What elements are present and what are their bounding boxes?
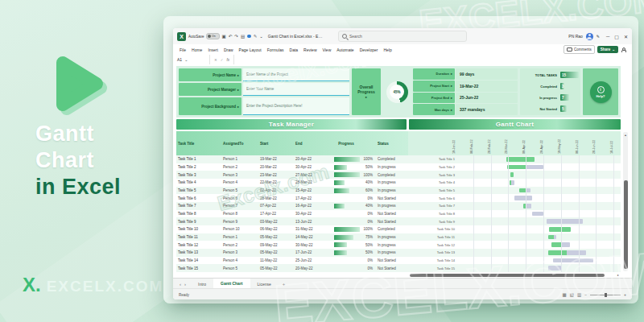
progress-bar-track[interactable] [332,233,360,242]
cell-status[interactable]: Not Started [374,210,407,218]
cell-assigned[interactable]: Person 4 [221,257,258,265]
cell-assigned[interactable]: Person 7 [221,202,258,210]
cell-end-date[interactable]: 31-May-22 [294,225,332,233]
menu-tab-draw[interactable]: Draw [224,47,233,52]
cell-assigned[interactable]: Person 8 [221,210,258,218]
page-layout-view-icon[interactable]: ▤ [570,292,574,297]
progress-bar-track[interactable] [332,217,360,225]
cell-status[interactable]: Completed [374,155,407,163]
cell-start-date[interactable]: 23-Mar-22 [258,171,294,179]
cell-start-date[interactable]: 05-May-22 [258,264,294,272]
progress-bar-track[interactable] [332,179,360,187]
project-field-input-project-name[interactable]: Enter Name of the Project [243,68,349,81]
cell-task-title[interactable]: Task Title 14 [176,257,221,265]
redo-icon[interactable]: ↷ [234,34,238,39]
cell-assigned[interactable]: Person 10 [221,225,258,233]
progress-bar-track[interactable] [332,249,360,257]
cell-start-date[interactable]: 19-Mar-22 [258,155,294,163]
pen-mode-icon[interactable]: ✎ [597,34,600,39]
cell-assigned[interactable]: Person 1 [221,155,258,163]
progress-bar-track[interactable] [332,225,360,233]
comments-button[interactable]: Comments [564,45,594,54]
table-row[interactable]: Task Title 1Person 119-Mar-2220-Apr-2210… [176,155,621,163]
zoom-out-button[interactable]: − [584,292,587,297]
cell-start-date[interactable]: 06-May-22 [258,225,294,233]
undo-icon[interactable]: ↶ [229,34,233,39]
cell-status[interactable]: Completed [374,171,407,179]
table-row[interactable]: Task Title 12Person 209-May-2230-May-225… [176,241,621,249]
cell-task-title[interactable]: Task Title 12 [176,241,221,249]
table-row[interactable]: Task Title 15Person 505-May-2220-May-220… [176,264,621,272]
table-row[interactable]: Task Title 4Person 422-Mar-2228-Mar-2240… [176,179,621,187]
cell-status[interactable]: In progress [374,179,407,187]
progress-bar-track[interactable] [332,202,360,210]
cell-end-date[interactable]: 15-Apr-22 [294,187,332,195]
cell-assigned[interactable]: Person 2 [221,241,258,249]
cell-end-date[interactable]: 20-Apr-22 [294,155,332,163]
progress-bar-track[interactable] [332,194,360,202]
cell-task-title[interactable]: Task Title 15 [176,264,221,272]
cell-start-date[interactable]: 20-Mar-22 [258,163,294,171]
maximize-button[interactable]: ▢ [614,34,619,39]
autosave-toggle[interactable]: AutoSave On [188,33,220,39]
progress-bar-track[interactable] [332,155,360,163]
progress-bar-track[interactable] [332,163,360,171]
cell-status[interactable]: In progress [374,241,407,249]
cell-assigned[interactable]: Person 3 [221,171,258,179]
cell-task-title[interactable]: Task Title 1 [176,155,221,163]
cell-start-date[interactable]: 02-Apr-22 [258,187,294,195]
qat-dropdown-icon[interactable]: ⌄ [259,34,263,39]
table-row[interactable]: Task Title 8Person 817-Apr-2230-Apr-220%… [176,210,621,218]
progress-bar-track[interactable] [332,187,360,195]
cell-task-title[interactable]: Task Title 2 [176,163,221,171]
project-field-input-project-manager[interactable]: Enter Your Name [243,83,349,96]
cell-start-date[interactable]: 03-May-22 [258,217,294,225]
progress-bar-track[interactable] [332,210,360,218]
cell-task-title[interactable]: Task Title 4 [176,179,221,187]
cell-end-date[interactable]: 13-Jun-22 [294,217,332,225]
cell-start-date[interactable]: 05-May-22 [258,233,294,242]
cell-end-date[interactable]: 30-Apr-22 [294,210,332,218]
cell-status[interactable]: In progress [374,187,407,195]
menu-tab-automate[interactable]: Automate [336,47,353,52]
cell-end-date[interactable]: 16-Apr-22 [294,202,332,210]
person-icon[interactable] [621,47,625,52]
account-avatar[interactable] [586,33,593,40]
close-button[interactable]: ✕ [624,34,628,39]
table-row[interactable]: Task Title 6Person 628-Mar-2217-Apr-220%… [176,194,621,202]
cell-start-date[interactable]: 07-Apr-22 [258,202,294,210]
share-button[interactable]: Share ⌄ [597,46,618,53]
vertical-scroll-thumb[interactable] [624,180,628,269]
cell-assigned[interactable]: Person 1 [221,233,258,242]
cell-task-title[interactable]: Task Title 7 [176,202,221,210]
menu-tab-page-layout[interactable]: Page Layout [239,47,262,52]
cell-assigned[interactable]: Person 6 [221,194,258,202]
cell-end-date[interactable]: 28-Mar-22 [294,179,332,187]
search-input[interactable]: Search [338,31,467,42]
cell-status[interactable]: Completed [374,225,407,233]
name-box[interactable]: A1 ⌄ [173,55,210,64]
horizontal-scrollbar[interactable]: ▸ [408,273,621,277]
cell-status[interactable]: In progress [374,163,407,171]
progress-bar-track[interactable] [332,264,360,272]
cell-status[interactable]: In progress [374,233,407,242]
cell-assigned[interactable]: Person 3 [221,249,258,257]
table-row[interactable]: Task Title 5Person 502-Apr-2215-Apr-2260… [176,187,621,195]
prev-sheet-icon[interactable]: ‹ [180,282,181,287]
menu-tab-formulas[interactable]: Formulas [267,47,284,52]
zoom-in-button[interactable]: + [624,292,626,297]
normal-view-icon[interactable]: ▦ [563,292,567,297]
cell-task-title[interactable]: Task Title 11 [176,233,221,242]
cell-assigned[interactable]: Person 5 [221,187,258,195]
cell-task-title[interactable]: Task Title 5 [176,187,221,195]
cancel-icon[interactable]: ✕ [214,58,217,62]
cell-end-date[interactable]: 17-Apr-22 [294,194,332,202]
cell-task-title[interactable]: Task Title 3 [176,171,221,179]
zoom-slider[interactable] [590,295,621,295]
minimize-button[interactable]: ─ [606,34,609,39]
pen-icon[interactable]: ✎ [254,34,258,39]
progress-bar-track[interactable] [332,241,360,249]
table-row[interactable]: Task Title 7Person 707-Apr-2216-Apr-2240… [176,202,621,210]
menu-tab-developer[interactable]: Developer [360,47,378,52]
cell-end-date[interactable]: 20-May-22 [294,264,332,272]
